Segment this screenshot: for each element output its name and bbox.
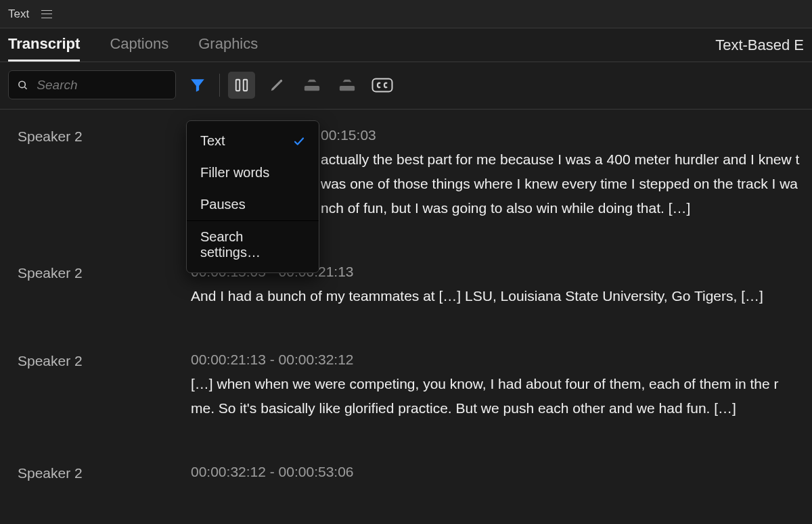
transcript-content[interactable]: 00:00:21:13 - 00:00:32:12 […] when when … (191, 352, 812, 421)
tab-graphics[interactable]: Graphics (198, 28, 258, 62)
filter-option-pauses[interactable]: Pauses (187, 189, 319, 220)
filter-option-text[interactable]: Text (187, 125, 319, 157)
transcript-row[interactable]: Speaker 2 00:15:03 actually the best par… (18, 127, 812, 220)
speaker-label[interactable]: Speaker 2 (18, 264, 191, 308)
speaker-label[interactable]: Speaker 2 (18, 127, 191, 220)
sliders-icon (234, 78, 249, 93)
filter-option-label: Filler words (200, 165, 269, 181)
filter-button[interactable] (184, 72, 211, 99)
export-down-icon (303, 78, 321, 93)
funnel-icon (189, 76, 206, 94)
title-bar: Text (0, 0, 812, 28)
subnav: Transcript Captions Graphics Text-Based … (0, 28, 812, 62)
export-up-icon (338, 78, 356, 93)
svg-rect-6 (373, 78, 392, 91)
search-input[interactable] (37, 78, 167, 93)
export-up-button[interactable] (334, 72, 361, 99)
tab-captions[interactable]: Captions (110, 28, 168, 62)
transcript-line[interactable]: And I had a bunch of my teammates at […]… (191, 284, 812, 308)
transcript-row[interactable]: Speaker 2 00:00:21:13 - 00:00:32:12 […] … (18, 352, 812, 421)
transcript-row[interactable]: Speaker 2 00:00:15:05 - 00:00:21:13 And … (18, 264, 812, 308)
panel-menu-icon[interactable] (41, 10, 52, 18)
tab-transcript[interactable]: Transcript (8, 28, 80, 62)
pencil-icon (269, 78, 284, 93)
speaker-label[interactable]: Speaker 2 (18, 464, 191, 484)
cc-button[interactable] (369, 72, 396, 99)
toolbar-divider (219, 74, 220, 97)
transcript-content[interactable]: 00:00:32:12 - 00:00:53:06 (191, 464, 812, 484)
speaker-label[interactable]: Speaker 2 (18, 352, 191, 421)
filter-option-search-settings[interactable]: Search settings… (187, 220, 319, 268)
insert-segment-button[interactable] (228, 72, 255, 99)
filter-option-label: Text (200, 133, 225, 149)
svg-rect-3 (244, 79, 248, 91)
filter-dropdown: Text Filler words Pauses Search settings… (186, 120, 319, 273)
panel-title: Text (8, 7, 29, 21)
svg-rect-5 (340, 85, 355, 90)
svg-line-1 (24, 87, 26, 89)
svg-point-0 (19, 81, 25, 87)
svg-rect-4 (304, 85, 319, 90)
search-icon (17, 78, 28, 92)
checkmark-icon (293, 135, 305, 147)
transcript-line[interactable]: […] when when we were competing, you kno… (191, 372, 812, 396)
transcript-row[interactable]: Speaker 2 00:00:32:12 - 00:00:53:06 (18, 464, 812, 484)
svg-rect-2 (236, 79, 240, 91)
filter-option-label: Search settings… (200, 229, 305, 260)
filter-option-filler-words[interactable]: Filler words (187, 157, 319, 189)
toolbar (0, 62, 812, 110)
transcript-line[interactable]: me. So it's basically like glorified pra… (191, 396, 812, 421)
closed-caption-icon (371, 78, 393, 93)
transcript-body: Speaker 2 00:15:03 actually the best par… (0, 110, 812, 484)
timecode: 00:00:32:12 - 00:00:53:06 (191, 464, 812, 480)
edit-button[interactable] (263, 72, 290, 99)
search-box[interactable] (8, 70, 176, 99)
filter-option-label: Pauses (200, 197, 246, 212)
text-based-editing-label[interactable]: Text-Based E (715, 37, 804, 54)
timecode: 00:00:21:13 - 00:00:32:12 (191, 352, 812, 368)
export-down-button[interactable] (298, 72, 325, 99)
